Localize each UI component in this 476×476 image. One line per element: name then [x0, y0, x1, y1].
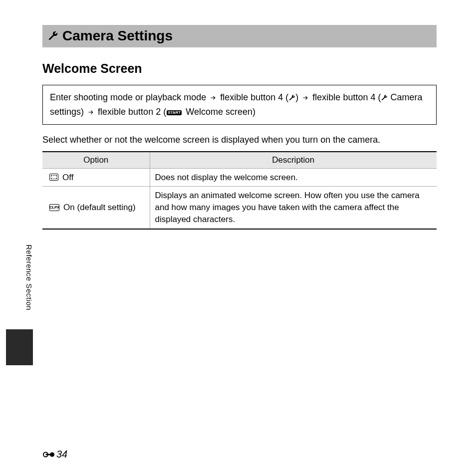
section-header-bar: Camera Settings	[42, 25, 437, 47]
arrow-right-icon	[302, 94, 309, 101]
page-number: 34	[42, 449, 67, 460]
nav-segment: flexible button 4 (	[220, 92, 288, 102]
svg-rect-2	[46, 454, 52, 455]
option-description: Does not display the welcome screen.	[150, 168, 437, 187]
option-label: Off	[62, 172, 73, 184]
subsection-heading: Welcome Screen	[42, 61, 437, 76]
arrow-right-icon	[87, 109, 94, 116]
table-row: Off Does not display the welcome screen.	[42, 168, 437, 187]
col-header-option: Option	[42, 152, 150, 169]
on-screen-icon: CLPX	[49, 204, 59, 211]
section-title: Camera Settings	[62, 28, 173, 44]
navigation-path-box: Enter shooting mode or playback mode fle…	[42, 85, 437, 125]
off-screen-icon	[49, 174, 58, 181]
arrow-right-icon	[210, 94, 217, 101]
reference-link-icon	[42, 451, 55, 459]
side-section-label: Reference Section	[25, 244, 33, 310]
page-number-value: 34	[56, 449, 67, 460]
wrench-icon	[381, 94, 388, 101]
start-badge-icon: START	[167, 110, 182, 115]
col-header-description: Description	[150, 152, 437, 169]
option-label: On (default setting)	[63, 202, 136, 214]
nav-segment: Enter shooting mode or playback mode	[50, 92, 206, 102]
page-content: Camera Settings Welcome Screen Enter sho…	[42, 25, 437, 230]
options-table: Option Description Off Does not display …	[42, 151, 437, 230]
wrench-icon	[47, 30, 58, 41]
option-description: Displays an animated welcome screen. How…	[150, 187, 437, 229]
table-row: CLPX On (default setting) Displays an an…	[42, 187, 437, 229]
intro-text: Select whether or not the welcome screen…	[42, 135, 437, 145]
nav-segment: )	[295, 92, 298, 102]
side-tab-marker	[6, 329, 33, 365]
nav-segment: flexible button 2 (	[98, 107, 166, 117]
nav-segment: Welcome screen)	[183, 107, 255, 117]
nav-segment: flexible button 4 (	[312, 92, 381, 102]
wrench-icon	[288, 94, 295, 101]
